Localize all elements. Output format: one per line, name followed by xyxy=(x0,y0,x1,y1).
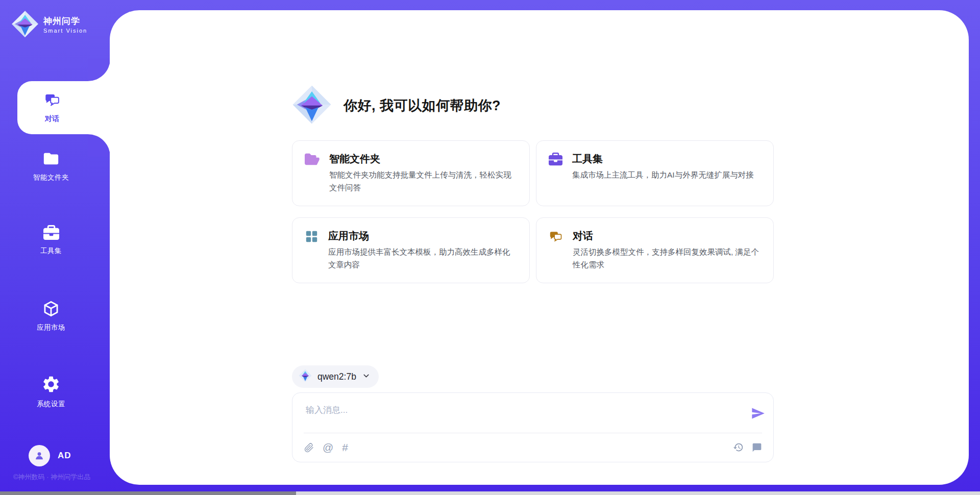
grid-icon xyxy=(305,230,318,272)
brand-name: 神州问学 xyxy=(43,16,87,27)
card-description: 应用市场提供丰富长文本模板，助力高效生成多样化文章内容 xyxy=(328,245,517,271)
sidebar-item-smart-folder[interactable]: 智能文件夹 xyxy=(0,150,102,182)
sidebar-item-toolset[interactable]: 工具集 xyxy=(0,225,102,256)
toolbox-icon xyxy=(43,225,59,243)
briefcase-icon xyxy=(549,153,562,195)
chat-icon xyxy=(44,92,61,111)
user-name: AD xyxy=(58,451,71,461)
brand-subtitle: Smart Vision xyxy=(43,28,87,34)
diamond-logo-icon xyxy=(292,85,332,127)
tab-fillet-top xyxy=(88,59,110,81)
feedback-button[interactable] xyxy=(752,442,762,453)
card-title: 对话 xyxy=(573,229,761,243)
sidebar-item-label: 系统设置 xyxy=(37,400,65,409)
model-name: qwen2:7b xyxy=(317,372,356,382)
card-title: 工具集 xyxy=(572,152,754,166)
greeting: 你好, 我可以如何帮助你? xyxy=(292,85,501,127)
sidebar-item-label: 对话 xyxy=(45,114,59,123)
message-composer: @ # xyxy=(292,392,774,462)
sidebar-item-settings[interactable]: 系统设置 xyxy=(0,375,102,409)
message-input[interactable] xyxy=(305,403,741,430)
attach-button[interactable] xyxy=(304,442,314,453)
history-icon xyxy=(733,442,744,453)
sidebar-item-chat[interactable]: 对话 xyxy=(17,81,110,134)
comment-icon xyxy=(752,442,762,453)
sidebar-item-label: 工具集 xyxy=(40,246,62,256)
card-app-market[interactable]: 应用市场 应用市场提供丰富长文本模板，助力高效生成多样化文章内容 xyxy=(292,217,530,283)
main-panel: 你好, 我可以如何帮助你? 智能文件夹 智能文件夹功能支持批量文件上传与清洗，轻… xyxy=(110,10,969,485)
folder-icon xyxy=(42,150,60,169)
card-smart-folder[interactable]: 智能文件夹 智能文件夹功能支持批量文件上传与清洗，轻松实现文件问答 xyxy=(292,140,530,206)
horizontal-scrollbar[interactable] xyxy=(0,491,980,495)
folder-open-icon xyxy=(305,153,320,195)
diamond-logo-icon xyxy=(11,10,39,40)
user-menu[interactable]: AD xyxy=(29,445,71,466)
send-button[interactable] xyxy=(751,406,765,420)
mention-button[interactable]: @ xyxy=(323,442,333,453)
card-chat[interactable]: 对话 灵活切换多模型文件，支持多样回复效果调试, 满足个性化需求 xyxy=(536,217,774,283)
gear-icon xyxy=(41,375,61,396)
diamond-logo-icon xyxy=(299,369,312,384)
sidebar-item-app-market[interactable]: 应用市场 xyxy=(0,300,102,332)
card-description: 集成市场上主流工具，助力AI与外界无缝扩展与对接 xyxy=(572,168,754,181)
topic-button[interactable]: # xyxy=(342,442,348,453)
cube-icon xyxy=(42,300,60,319)
copyright: ©神州数码 · 神州问学出品 xyxy=(13,473,90,482)
feature-cards: 智能文件夹 智能文件夹功能支持批量文件上传与清洗，轻松实现文件问答 工具集 集成… xyxy=(292,140,774,283)
avatar xyxy=(29,445,50,466)
paperclip-icon xyxy=(304,442,314,453)
send-icon xyxy=(751,406,765,420)
brand: 神州问学 Smart Vision xyxy=(11,10,87,40)
chevron-down-icon xyxy=(362,372,371,382)
card-description: 智能文件夹功能支持批量文件上传与清洗，轻松实现文件问答 xyxy=(329,168,517,194)
card-title: 智能文件夹 xyxy=(329,152,517,166)
composer-divider xyxy=(304,433,762,433)
history-button[interactable] xyxy=(733,442,744,453)
scrollbar-thumb[interactable] xyxy=(0,491,296,495)
card-title: 应用市场 xyxy=(328,229,517,243)
sidebar-item-label: 智能文件夹 xyxy=(33,173,69,182)
chat-icon xyxy=(549,230,563,272)
model-selector[interactable]: qwen2:7b xyxy=(292,365,379,388)
greeting-text: 你好, 我可以如何帮助你? xyxy=(344,96,501,115)
sidebar-item-label: 应用市场 xyxy=(37,323,65,332)
card-description: 灵活切换多模型文件，支持多样回复效果调试, 满足个性化需求 xyxy=(573,245,761,271)
card-toolset[interactable]: 工具集 集成市场上主流工具，助力AI与外界无缝扩展与对接 xyxy=(536,140,774,206)
